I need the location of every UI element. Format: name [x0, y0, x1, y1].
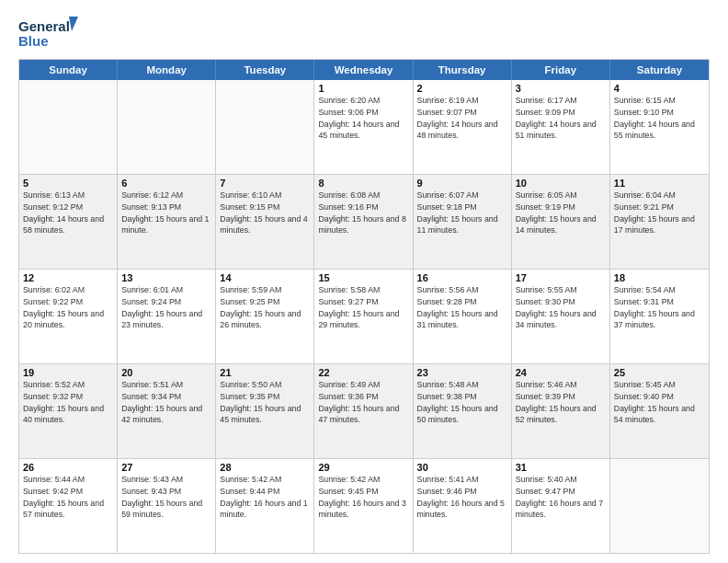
svg-text:Blue: Blue [18, 33, 49, 49]
calendar-cell: 30Sunrise: 5:41 AMSunset: 9:46 PMDayligh… [414, 459, 512, 553]
cell-info: Sunrise: 5:52 AMSunset: 9:32 PMDaylight:… [23, 379, 113, 426]
cell-info: Sunrise: 5:40 AMSunset: 9:47 PMDaylight:… [516, 474, 606, 521]
cell-info: Sunrise: 6:07 AMSunset: 9:18 PMDaylight:… [417, 190, 507, 236]
cell-info: Sunrise: 5:59 AMSunset: 9:25 PMDaylight:… [220, 284, 310, 331]
calendar-cell: 5Sunrise: 6:13 AMSunset: 9:12 PMDaylight… [19, 175, 118, 269]
day-number: 1 [318, 83, 408, 94]
day-number: 10 [516, 178, 606, 189]
day-number: 8 [318, 178, 408, 189]
cell-info: Sunrise: 6:17 AMSunset: 9:09 PMDaylight:… [516, 95, 606, 142]
calendar-cell: 20Sunrise: 5:51 AMSunset: 9:34 PMDayligh… [118, 364, 216, 458]
cell-info: Sunrise: 5:41 AMSunset: 9:46 PMDaylight:… [417, 474, 507, 521]
calendar: SundayMondayTuesdayWednesdayThursdayFrid… [18, 59, 710, 554]
calendar-cell: 10Sunrise: 6:05 AMSunset: 9:19 PMDayligh… [512, 175, 610, 269]
day-number: 16 [417, 272, 507, 283]
calendar-cell: 22Sunrise: 5:49 AMSunset: 9:36 PMDayligh… [314, 364, 413, 458]
calendar-week-2: 5Sunrise: 6:13 AMSunset: 9:12 PMDaylight… [19, 174, 709, 269]
calendar-cell: 7Sunrise: 6:10 AMSunset: 9:15 PMDaylight… [216, 175, 314, 269]
day-number: 28 [220, 462, 310, 473]
cell-info: Sunrise: 5:45 AMSunset: 9:40 PMDaylight:… [614, 379, 705, 426]
day-number: 6 [121, 178, 211, 189]
header-day-tuesday: Tuesday [216, 60, 314, 80]
calendar-cell: 6Sunrise: 6:12 AMSunset: 9:13 PMDaylight… [118, 175, 216, 269]
day-number: 3 [516, 83, 606, 94]
cell-info: Sunrise: 6:15 AMSunset: 9:10 PMDaylight:… [614, 95, 705, 142]
day-number: 5 [23, 178, 113, 189]
header-day-friday: Friday [512, 60, 610, 80]
calendar-cell: 27Sunrise: 5:43 AMSunset: 9:43 PMDayligh… [118, 459, 216, 553]
logo: GeneralBlue [18, 15, 83, 52]
svg-marker-2 [69, 17, 78, 31]
calendar-cell: 12Sunrise: 6:02 AMSunset: 9:22 PMDayligh… [19, 270, 118, 363]
day-number: 14 [220, 272, 310, 283]
cell-info: Sunrise: 5:42 AMSunset: 9:44 PMDaylight:… [220, 474, 310, 521]
day-number: 31 [516, 462, 606, 473]
cell-info: Sunrise: 5:54 AMSunset: 9:31 PMDaylight:… [614, 284, 705, 331]
calendar-cell: 2Sunrise: 6:19 AMSunset: 9:07 PMDaylight… [414, 80, 512, 174]
cell-info: Sunrise: 6:12 AMSunset: 9:13 PMDaylight:… [121, 190, 211, 236]
calendar-cell [610, 459, 709, 553]
calendar-cell [216, 80, 314, 174]
header-day-saturday: Saturday [610, 60, 709, 80]
calendar-cell: 24Sunrise: 5:46 AMSunset: 9:39 PMDayligh… [512, 364, 610, 458]
cell-info: Sunrise: 6:20 AMSunset: 9:06 PMDaylight:… [318, 95, 408, 142]
cell-info: Sunrise: 5:46 AMSunset: 9:39 PMDaylight:… [516, 379, 606, 426]
cell-info: Sunrise: 6:05 AMSunset: 9:19 PMDaylight:… [516, 190, 606, 236]
day-number: 13 [121, 272, 211, 283]
cell-info: Sunrise: 6:10 AMSunset: 9:15 PMDaylight:… [220, 190, 310, 236]
day-number: 19 [23, 367, 113, 378]
cell-info: Sunrise: 5:43 AMSunset: 9:43 PMDaylight:… [121, 474, 211, 521]
day-number: 27 [121, 462, 211, 473]
header-day-sunday: Sunday [19, 60, 118, 80]
calendar-cell: 3Sunrise: 6:17 AMSunset: 9:09 PMDaylight… [512, 80, 610, 174]
day-number: 2 [417, 83, 507, 94]
day-number: 4 [614, 83, 705, 94]
day-number: 29 [318, 462, 408, 473]
calendar-week-1: 1Sunrise: 6:20 AMSunset: 9:06 PMDaylight… [19, 80, 709, 174]
day-number: 17 [516, 272, 606, 283]
calendar-cell: 15Sunrise: 5:58 AMSunset: 9:27 PMDayligh… [314, 270, 413, 363]
cell-info: Sunrise: 6:19 AMSunset: 9:07 PMDaylight:… [417, 95, 507, 142]
day-number: 24 [516, 367, 606, 378]
day-number: 23 [417, 367, 507, 378]
calendar-cell: 14Sunrise: 5:59 AMSunset: 9:25 PMDayligh… [216, 270, 314, 363]
calendar-cell: 17Sunrise: 5:55 AMSunset: 9:30 PMDayligh… [512, 270, 610, 363]
day-number: 7 [220, 178, 310, 189]
calendar-cell: 8Sunrise: 6:08 AMSunset: 9:16 PMDaylight… [314, 175, 413, 269]
cell-info: Sunrise: 6:02 AMSunset: 9:22 PMDaylight:… [23, 284, 113, 331]
header-day-thursday: Thursday [414, 60, 512, 80]
day-number: 20 [121, 367, 211, 378]
calendar-cell: 23Sunrise: 5:48 AMSunset: 9:38 PMDayligh… [414, 364, 512, 458]
calendar-header: SundayMondayTuesdayWednesdayThursdayFrid… [19, 60, 709, 80]
calendar-cell: 1Sunrise: 6:20 AMSunset: 9:06 PMDaylight… [314, 80, 413, 174]
calendar-cell: 21Sunrise: 5:50 AMSunset: 9:35 PMDayligh… [216, 364, 314, 458]
page: GeneralBlue SundayMondayTuesdayWednesday… [0, 0, 728, 563]
calendar-week-5: 26Sunrise: 5:44 AMSunset: 9:42 PMDayligh… [19, 458, 709, 553]
cell-info: Sunrise: 5:50 AMSunset: 9:35 PMDaylight:… [220, 379, 310, 426]
calendar-cell: 28Sunrise: 5:42 AMSunset: 9:44 PMDayligh… [216, 459, 314, 553]
calendar-cell: 29Sunrise: 5:42 AMSunset: 9:45 PMDayligh… [314, 459, 413, 553]
day-number: 12 [23, 272, 113, 283]
cell-info: Sunrise: 5:51 AMSunset: 9:34 PMDaylight:… [121, 379, 211, 426]
day-number: 22 [318, 367, 408, 378]
cell-info: Sunrise: 5:49 AMSunset: 9:36 PMDaylight:… [318, 379, 408, 426]
day-number: 21 [220, 367, 310, 378]
day-number: 15 [318, 272, 408, 283]
day-number: 26 [23, 462, 113, 473]
day-number: 30 [417, 462, 507, 473]
cell-info: Sunrise: 5:58 AMSunset: 9:27 PMDaylight:… [318, 284, 408, 331]
header: GeneralBlue [18, 15, 710, 52]
calendar-cell: 9Sunrise: 6:07 AMSunset: 9:18 PMDaylight… [414, 175, 512, 269]
calendar-cell: 11Sunrise: 6:04 AMSunset: 9:21 PMDayligh… [610, 175, 709, 269]
calendar-cell: 18Sunrise: 5:54 AMSunset: 9:31 PMDayligh… [610, 270, 709, 363]
logo-svg: GeneralBlue [18, 15, 83, 52]
calendar-cell: 26Sunrise: 5:44 AMSunset: 9:42 PMDayligh… [19, 459, 118, 553]
day-number: 9 [417, 178, 507, 189]
cell-info: Sunrise: 5:42 AMSunset: 9:45 PMDaylight:… [318, 474, 408, 521]
calendar-cell: 13Sunrise: 6:01 AMSunset: 9:24 PMDayligh… [118, 270, 216, 363]
cell-info: Sunrise: 6:01 AMSunset: 9:24 PMDaylight:… [121, 284, 211, 331]
cell-info: Sunrise: 6:08 AMSunset: 9:16 PMDaylight:… [318, 190, 408, 236]
calendar-week-3: 12Sunrise: 6:02 AMSunset: 9:22 PMDayligh… [19, 269, 709, 363]
calendar-cell [118, 80, 216, 174]
header-day-monday: Monday [118, 60, 216, 80]
